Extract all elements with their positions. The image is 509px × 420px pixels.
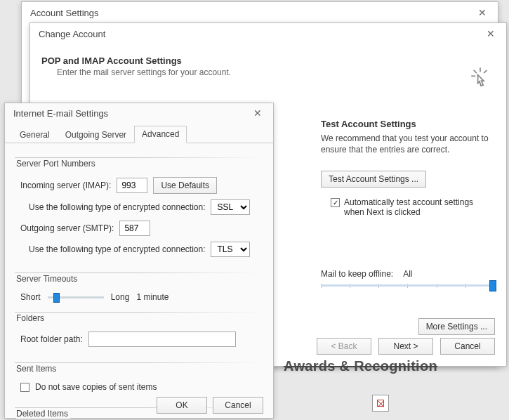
broken-image-icon <box>372 395 389 412</box>
test-description: We recommend that you test your account … <box>321 133 495 155</box>
mail-keep-value: All <box>403 269 412 279</box>
incoming-port-input[interactable] <box>117 178 147 193</box>
outgoing-port-input[interactable] <box>119 221 150 236</box>
mail-keep-label: Mail to keep offline: <box>321 269 393 279</box>
timeout-slider[interactable] <box>48 296 104 298</box>
svg-line-2 <box>474 70 477 73</box>
server-port-legend: Server Port Numbers <box>16 159 98 169</box>
tab-strip: General Outgoing Server Advanced <box>5 126 273 143</box>
timeout-short-label: Short <box>20 292 41 302</box>
close-icon[interactable]: ✕ <box>472 3 492 22</box>
background-heading: Awards & Recognition <box>284 358 437 374</box>
mail-keep-section: Mail to keep offline: All <box>321 269 495 289</box>
iemail-title: Internet E-mail Settings <box>13 108 108 119</box>
folders-fieldset: Folders Root folder path: <box>15 312 263 355</box>
cancel-button[interactable]: Cancel <box>440 338 495 355</box>
cursor-sparkle-icon <box>468 65 492 89</box>
account-settings-title: Account Settings <box>30 8 99 18</box>
ok-button[interactable]: OK <box>157 397 207 414</box>
change-account-titlebar: Change Account ✕ <box>30 23 506 44</box>
use-defaults-button[interactable]: Use Defaults <box>153 177 217 194</box>
svg-line-3 <box>484 70 487 73</box>
close-icon[interactable]: ✕ <box>481 24 501 44</box>
sent-items-fieldset: Sent Items Do not save copies of sent it… <box>15 362 263 400</box>
incoming-enc-label: Use the following type of encrypted conn… <box>29 202 205 212</box>
sent-legend: Sent Items <box>16 364 58 374</box>
iemail-titlebar: Internet E-mail Settings ✕ <box>5 103 273 123</box>
next-button[interactable]: Next > <box>378 338 433 355</box>
more-settings-button[interactable]: More Settings ... <box>418 318 495 335</box>
iemail-buttons: OK Cancel <box>157 397 263 414</box>
tab-general[interactable]: General <box>12 126 58 143</box>
auto-test-checkbox[interactable] <box>331 198 340 207</box>
slider-thumb[interactable] <box>53 293 60 303</box>
outgoing-label: Outgoing server (SMTP): <box>20 223 114 233</box>
mail-keep-slider[interactable] <box>321 284 495 287</box>
pop-imap-heading: POP and IMAP Account Settings <box>41 55 495 66</box>
timeout-value: 1 minute <box>136 292 168 302</box>
test-account-section: Test Account Settings We recommend that … <box>321 119 495 217</box>
folders-legend: Folders <box>16 313 46 323</box>
close-icon[interactable]: ✕ <box>248 103 267 123</box>
incoming-enc-select[interactable]: SSL <box>211 199 250 215</box>
root-path-input[interactable] <box>88 332 236 347</box>
slider-thumb[interactable] <box>489 280 496 291</box>
change-account-title: Change Account <box>39 29 105 39</box>
deleted-legend: Deleted Items <box>16 409 70 419</box>
outgoing-enc-label: Use the following type of encrypted conn… <box>29 244 205 254</box>
outgoing-enc-select[interactable]: TLS <box>211 242 250 257</box>
timeout-long-label: Long <box>111 292 130 302</box>
tab-advanced[interactable]: Advanced <box>134 126 187 143</box>
server-port-fieldset: Server Port Numbers Incoming server (IMA… <box>15 157 263 265</box>
internet-email-settings-dialog: Internet E-mail Settings ✕ General Outgo… <box>4 103 274 419</box>
pop-imap-subtext: Enter the mail server settings for your … <box>57 67 495 77</box>
auto-test-label: Automatically test account settings when… <box>344 197 495 217</box>
nosave-checkbox[interactable] <box>20 383 29 392</box>
tab-outgoing[interactable]: Outgoing Server <box>58 126 134 143</box>
test-title: Test Account Settings <box>321 119 495 129</box>
cancel-button[interactable]: Cancel <box>213 397 263 414</box>
wizard-buttons: < Back Next > Cancel <box>317 338 495 355</box>
timeouts-legend: Server Timeouts <box>16 274 79 284</box>
test-account-button[interactable]: Test Account Settings ... <box>321 171 426 188</box>
incoming-label: Incoming server (IMAP): <box>20 181 111 190</box>
account-settings-titlebar: Account Settings ✕ <box>22 2 498 23</box>
back-button[interactable]: < Back <box>317 338 371 355</box>
root-path-label: Root folder path: <box>20 334 83 344</box>
server-timeouts-fieldset: Server Timeouts Short Long 1 minute <box>15 273 263 305</box>
nosave-label: Do not save copies of sent items <box>35 382 157 392</box>
